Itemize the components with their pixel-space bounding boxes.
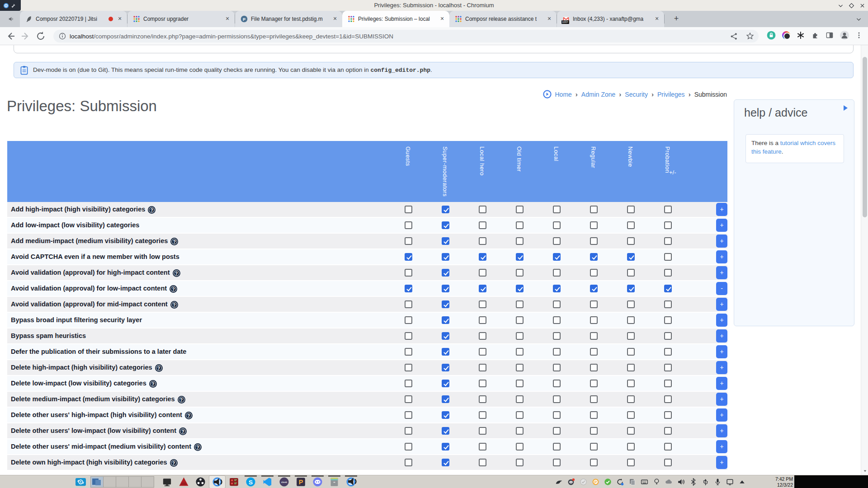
privilege-checkbox[interactable]	[553, 300, 561, 308]
maximize-button[interactable]	[849, 3, 854, 9]
privilege-checkbox[interactable]	[553, 253, 561, 261]
privilege-checkbox[interactable]	[479, 395, 486, 403]
volume-icon[interactable]	[677, 478, 685, 486]
discord-icon[interactable]	[309, 475, 326, 488]
privilege-checkbox[interactable]	[553, 237, 561, 245]
privilege-checkbox[interactable]	[405, 348, 412, 356]
privilege-checkbox[interactable]	[442, 221, 449, 229]
privilege-checkbox[interactable]	[664, 269, 672, 277]
help-tooltip-icon[interactable]: ?	[179, 397, 184, 403]
privilege-checkbox[interactable]	[442, 285, 449, 292]
privilege-checkbox[interactable]	[590, 300, 598, 308]
privilege-checkbox[interactable]	[627, 459, 635, 466]
privilege-checkbox[interactable]	[442, 411, 449, 419]
privilege-checkbox[interactable]	[405, 206, 412, 213]
chromium-browser-icon[interactable]	[343, 475, 359, 488]
privilege-checkbox[interactable]	[553, 380, 561, 387]
privilege-checkbox[interactable]	[627, 269, 635, 277]
privilege-checkbox[interactable]	[516, 395, 524, 403]
privilege-checkbox[interactable]	[479, 332, 486, 340]
privilege-checkbox[interactable]	[405, 364, 412, 371]
led-panel-app-icon[interactable]	[226, 475, 242, 488]
privilege-checkbox[interactable]	[516, 300, 524, 308]
check-disabled-icon[interactable]	[580, 478, 587, 486]
privilege-checkbox[interactable]	[405, 316, 412, 324]
close-button[interactable]	[859, 3, 865, 9]
privilege-checkbox[interactable]	[405, 380, 412, 387]
password-manager-extension-icon[interactable]	[767, 31, 776, 40]
privilege-checkbox[interactable]	[590, 395, 598, 403]
bluetooth-icon[interactable]	[689, 478, 697, 486]
scroll-down-arrow-icon[interactable]	[863, 469, 867, 473]
microphone-icon[interactable]	[714, 478, 722, 486]
privilege-checkbox[interactable]	[627, 206, 635, 213]
privilege-checkbox[interactable]	[627, 380, 635, 387]
help-tooltip-icon[interactable]: ?	[180, 428, 186, 434]
privilege-checkbox[interactable]	[553, 411, 561, 419]
privilege-checkbox[interactable]	[479, 253, 486, 261]
privilege-checkbox[interactable]	[516, 348, 524, 356]
privilege-checkbox[interactable]	[479, 459, 486, 466]
privilege-checkbox[interactable]	[590, 316, 598, 324]
privilege-checkbox[interactable]	[664, 253, 672, 261]
privilege-checkbox[interactable]	[516, 380, 524, 387]
privilege-checkbox[interactable]	[442, 332, 449, 340]
privilege-checkbox[interactable]	[627, 348, 635, 356]
tab-close-icon[interactable]: ×	[653, 15, 660, 23]
tab-1[interactable]: Composr 20220719 | Jitsi×	[20, 11, 127, 27]
privilege-checkbox[interactable]	[590, 380, 598, 387]
obs-studio-icon[interactable]	[192, 475, 209, 488]
privilege-checkbox[interactable]	[405, 459, 412, 466]
expand-row-button[interactable]: +	[716, 203, 727, 216]
tab-close-icon[interactable]: ×	[116, 15, 123, 23]
help-tooltip-icon[interactable]: ?	[171, 460, 177, 466]
asterisk-extension-icon[interactable]	[797, 31, 805, 39]
skype-icon[interactable]: S	[242, 475, 259, 488]
privilege-checkbox[interactable]	[553, 206, 561, 213]
notification-bird-icon[interactable]	[555, 478, 563, 486]
usb-icon[interactable]	[702, 478, 709, 486]
scrollbar-thumb[interactable]	[863, 57, 867, 217]
notes-icon[interactable]	[628, 478, 636, 486]
privilege-checkbox[interactable]	[627, 427, 635, 435]
privilege-checkbox[interactable]	[479, 380, 486, 387]
display-app-icon[interactable]	[159, 475, 175, 488]
lightbulb-icon[interactable]	[653, 478, 660, 486]
page-scrollbar[interactable]	[861, 45, 868, 475]
privilege-checkbox[interactable]	[442, 427, 449, 435]
privilege-checkbox[interactable]	[516, 332, 524, 340]
triangle-app-icon[interactable]	[175, 475, 192, 488]
forward-button[interactable]	[20, 31, 31, 42]
breadcrumb-privileges[interactable]: Privileges	[657, 91, 685, 98]
privilege-checkbox[interactable]	[405, 332, 412, 340]
privilege-checkbox[interactable]	[516, 316, 524, 324]
expand-row-button[interactable]: +	[716, 250, 727, 263]
privilege-checkbox[interactable]	[516, 411, 524, 419]
privilege-checkbox[interactable]	[664, 237, 672, 245]
privilege-checkbox[interactable]	[590, 237, 598, 245]
partition-p-app-icon[interactable]: P	[292, 475, 309, 488]
new-tab-button[interactable]: +	[672, 14, 681, 23]
privilege-checkbox[interactable]	[442, 253, 449, 261]
extensions-puzzle-icon[interactable]	[811, 31, 819, 39]
privilege-checkbox[interactable]	[664, 364, 672, 371]
privilege-checkbox[interactable]	[479, 411, 486, 419]
privilege-checkbox[interactable]	[479, 427, 486, 435]
expand-row-button[interactable]: +	[716, 345, 727, 358]
privilege-checkbox[interactable]	[590, 364, 598, 371]
profile-avatar[interactable]	[840, 31, 849, 40]
privilege-checkbox[interactable]	[553, 221, 561, 229]
privilege-checkbox[interactable]	[405, 237, 412, 245]
expand-row-button[interactable]: +	[716, 298, 727, 311]
tab-3[interactable]: PFile Manager for test.pdstig.m×	[235, 11, 342, 27]
privilege-checkbox[interactable]	[664, 411, 672, 419]
screen-recorder-icon[interactable]	[72, 475, 89, 488]
privilege-checkbox[interactable]	[553, 364, 561, 371]
cloud-icon[interactable]	[665, 478, 673, 486]
screenshot-extension-icon[interactable]	[782, 31, 790, 39]
privilege-checkbox[interactable]	[664, 348, 672, 356]
menu-dots-icon[interactable]	[855, 32, 863, 39]
privilege-checkbox[interactable]	[590, 348, 598, 356]
help-tooltip-icon[interactable]: ?	[170, 286, 176, 292]
privilege-checkbox[interactable]	[516, 285, 524, 292]
